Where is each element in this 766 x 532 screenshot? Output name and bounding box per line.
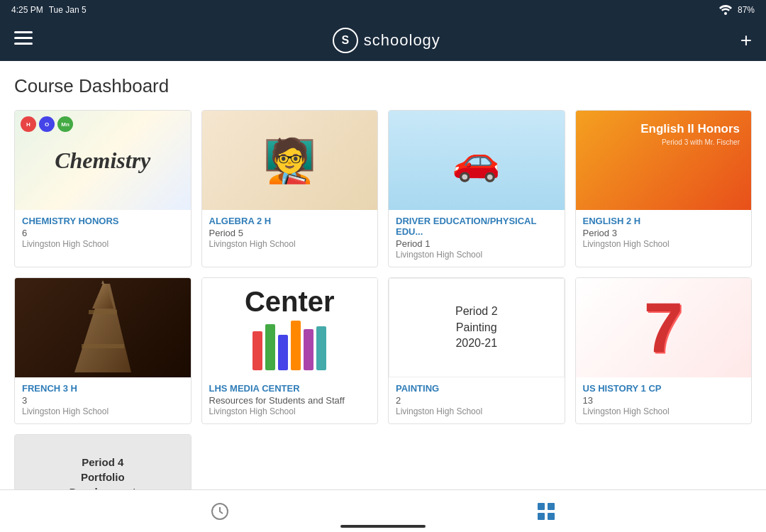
course-name: LHS Media Center [209,383,371,394]
english-thumb-sub: Period 3 with Mr. Fischer [640,138,740,146]
driver-car: 🚗 [452,138,501,184]
course-sub: 3 [22,395,184,406]
course-sub: 2 [396,395,557,406]
portfolio-thumb-text: Period 4PortfolioDevelopment2020-21 [70,455,136,489]
course-card-portfolio[interactable]: Period 4PortfolioDevelopment2020-21 PORT… [14,434,192,489]
books-display [245,321,335,370]
course-card-painting[interactable]: Period 2Painting2020-21 PAINTING 2 Livin… [388,277,565,424]
english-thumb-title: English II Honors [640,122,740,136]
svg-rect-12 [538,513,545,520]
svg-rect-13 [548,513,555,520]
course-sub: Period 5 [209,228,371,238]
svg-point-0 [724,12,727,15]
course-name: ENGLISH 2 H [583,216,745,226]
svg-rect-11 [548,503,555,510]
course-name: DRIVER EDUCATION/PHYSICAL EDU... [396,216,557,237]
svg-rect-2 [14,37,33,39]
course-thumb-media: Center [202,278,378,377]
course-school: Livingston High School [396,250,557,260]
course-card-driver[interactable]: 🚗 DRIVER EDUCATION/PHYSICAL EDU... Perio… [388,110,565,267]
svg-rect-3 [14,43,33,45]
svg-marker-8 [101,280,104,284]
course-thumb-painting: Period 2Painting2020-21 [389,278,565,377]
eiffel-tower-icon [71,280,135,376]
course-sub: Resources for Students and Staff [209,395,371,406]
add-button[interactable]: + [740,29,752,52]
course-sub: 13 [583,395,745,406]
main-content: Course Dashboard H O Mn Chemistry Chemis… [0,61,766,489]
course-thumb-driver: 🚗 [389,111,565,210]
course-thumb-portfolio: Period 4PortfolioDevelopment2020-21 [15,435,191,489]
course-card-english[interactable]: English II Honors Period 3 with Mr. Fisc… [575,110,753,267]
course-sub: 6 [22,228,184,238]
course-thumb-chemistry: H O Mn Chemistry [15,111,191,210]
painting-thumb-text: Period 2Painting2020-21 [450,298,504,357]
chem-circle-3: Mn [57,116,73,132]
course-school: Livingston High School [209,406,371,416]
course-school: Livingston High School [583,239,745,249]
course-thumb-history: 7 [576,278,752,377]
course-thumb-english: English II Honors Period 3 with Mr. Fisc… [576,111,752,210]
course-name: PAINTING [396,383,557,394]
status-left: 4:25 PM Tue Jan 5 [11,5,87,15]
course-school: Livingston High School [22,406,184,416]
course-school: Livingston High School [209,239,371,249]
status-day: Tue Jan 5 [49,5,87,15]
course-school: Livingston High School [396,406,557,416]
course-card-chemistry[interactable]: H O Mn Chemistry Chemistry Honors 6 Livi… [14,110,192,267]
course-card-algebra[interactable]: 🧑‍🏫 ALGEBRA 2 H Period 5 Livingston High… [201,110,379,267]
chem-circle-2: O [39,116,55,132]
chem-circle-1: H [21,116,36,132]
svg-rect-1 [14,31,33,33]
course-name: FRENCH 3 H [22,383,184,394]
algebra-cartoon: 🧑‍🏫 [263,135,316,186]
media-center-text: Center [245,286,335,318]
course-thumb-french [15,278,191,377]
course-card-history[interactable]: 7 US HISTORY 1 CP 13 Livingston High Sch… [575,277,753,424]
svg-rect-10 [538,503,545,510]
battery-level: 87% [738,5,755,15]
tab-dashboard[interactable] [536,501,556,521]
wifi-icon [719,5,732,15]
status-bar: 4:25 PM Tue Jan 5 87% [0,0,766,20]
course-thumb-algebra: 🧑‍🏫 [202,111,378,210]
page-title: Course Dashboard [14,75,752,97]
course-card-media[interactable]: Center LHS Media Center Resources [201,277,379,424]
course-sub: Period 3 [583,228,745,238]
tab-recent[interactable] [210,501,230,521]
bottom-tab-bar [0,489,766,532]
svg-rect-7 [82,344,124,348]
home-indicator [340,525,426,528]
recent-icon [210,501,230,521]
nav-bar: S schoology + [0,20,766,61]
dashboard-icon [536,501,556,521]
course-card-french[interactable]: FRENCH 3 H 3 Livingston High School [14,277,192,424]
course-school: Livingston High School [22,239,184,249]
course-grid: H O Mn Chemistry Chemistry Honors 6 Livi… [14,110,752,489]
course-school: Livingston High School [583,406,745,416]
history-number: 7 [643,287,683,369]
status-right: 87% [719,5,755,15]
app-logo: S schoology [333,28,440,53]
hamburger-menu[interactable] [14,31,33,50]
app-name: schoology [364,31,440,50]
course-name: US HISTORY 1 CP [583,383,745,394]
status-time: 4:25 PM [11,5,43,15]
course-name: ALGEBRA 2 H [209,216,371,226]
svg-rect-6 [89,310,117,314]
logo-icon: S [333,28,358,53]
course-sub: Period 1 [396,238,557,249]
course-name: Chemistry Honors [22,216,184,226]
